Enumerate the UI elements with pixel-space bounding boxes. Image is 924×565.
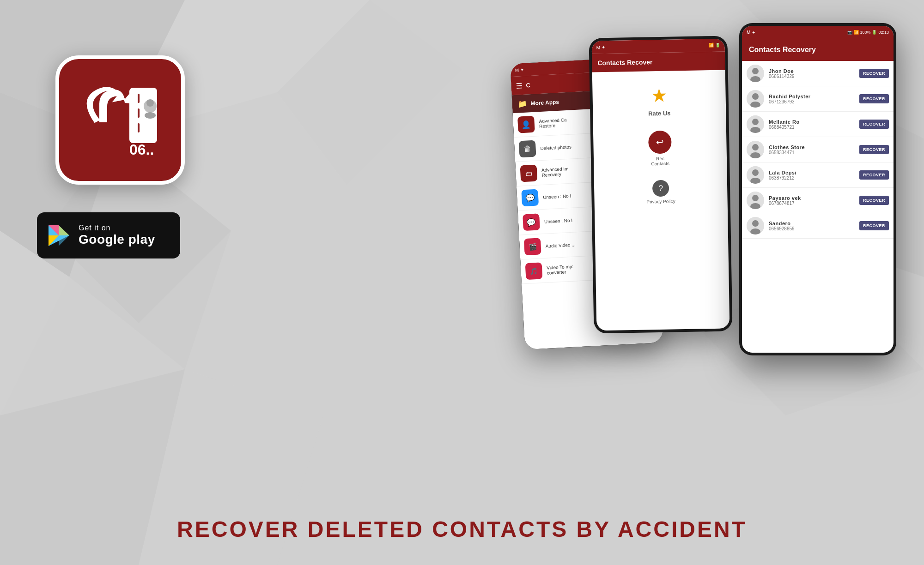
contact-info-3: Mellanie Ro 0668405721 — [769, 119, 855, 130]
contact-info-7: Sandero 0656928859 — [769, 221, 855, 231]
trash-icon: 🗑 — [523, 144, 531, 153]
more-apps-label: More Apps — [530, 98, 559, 106]
mid-app-header: Contacts Recover — [592, 52, 725, 72]
app-icon: 06.. — [55, 55, 185, 185]
mid-header-title: Contacts Recover — [597, 58, 652, 66]
rate-us-label: Rate Us — [648, 110, 671, 117]
app-icon-graphic: 06.. — [65, 67, 176, 173]
contact-name-1: Jhon Doe — [769, 68, 855, 74]
svg-point-18 — [146, 99, 154, 107]
back-status-left: M ✦ — [515, 67, 524, 72]
contact-info-2: Rachid Polyster 0671236793 — [769, 94, 855, 104]
rate-us-section[interactable]: ★ Rate Us — [648, 85, 671, 117]
contact-number-4: 0658334471 — [769, 150, 855, 155]
contact-info-5: Lala Depsi 0638792212 — [769, 170, 855, 180]
front-status-bar: M ✦ 📷 📶 100% 🔋 02:13 — [742, 26, 894, 39]
recover-btn-6[interactable]: RECOVER — [859, 196, 889, 205]
menu-label-6: Audio Video ... — [545, 242, 575, 248]
contact-row-4: Clothes Store 0658334471 RECOVER — [742, 137, 894, 162]
contact-name-2: Rachid Polyster — [769, 94, 855, 99]
front-header-title: Contacts Recovery — [749, 46, 816, 54]
contact-row-1: Jhon Doe 0666114329 RECOVER — [742, 61, 894, 86]
clock: 02:13 — [878, 30, 889, 35]
menu-label-1: Advanced CaRestore — [539, 117, 567, 129]
recover-btn-7[interactable]: RECOVER — [859, 221, 889, 230]
menu-icon-video: 🎵 — [525, 262, 543, 280]
left-section: 06.. Get it on Google play — [37, 55, 185, 258]
avatar-3 — [747, 115, 764, 133]
privacy-section[interactable]: ? Privacy Policy — [646, 180, 675, 204]
menu-label-5: Unseen : No I — [544, 217, 573, 224]
privacy-label: Privacy Policy — [646, 198, 675, 204]
contact-name-7: Sandero — [769, 221, 855, 226]
menu-label-4: Unseen : No I — [543, 193, 571, 199]
contact-info-6: Paysaro vek 0678674817 — [769, 195, 855, 206]
svg-point-45 — [752, 220, 759, 227]
svg-marker-25 — [59, 235, 69, 246]
phones-container: M ✦ 📶🔋 ☰ C 📁 More Apps 👤 — [517, 23, 896, 383]
menu-label-3: Advanced ImRecovery — [541, 166, 569, 178]
contact-name-6: Paysaro vek — [769, 195, 855, 201]
contact-number-2: 0671236793 — [769, 99, 855, 104]
svg-point-27 — [752, 68, 759, 74]
recover-contacts-icon: ↩ — [648, 131, 672, 154]
contact-row-3: Mellanie Ro 0668405721 RECOVER — [742, 112, 894, 137]
svg-rect-15 — [138, 108, 140, 118]
tagline: RECOVER DELETED CONTACTS BY ACCIDENT — [0, 517, 924, 542]
unseen2-icon: 💬 — [527, 217, 536, 227]
contact-name-3: Mellanie Ro — [769, 119, 855, 125]
phone-mid: M ✦ 📶🔋 Contacts Recover ★ Rate Us — [589, 36, 732, 333]
mid-status-left: M ✦ — [596, 45, 605, 50]
contact-row-2: Rachid Polyster 0671236793 RECOVER — [742, 86, 894, 112]
contact-number-3: 0668405721 — [769, 125, 855, 130]
menu-icon-photos: 🗑 — [519, 140, 536, 158]
front-status-left: M ✦ — [747, 30, 755, 35]
svg-text:06..: 06.. — [129, 141, 154, 158]
phone-front: M ✦ 📷 📶 100% 🔋 02:13 Contacts Recovery — [739, 23, 896, 355]
contact-name-4: Clothes Store — [769, 144, 855, 150]
menu-icon-contacts: 👤 — [517, 116, 535, 133]
avatar-2 — [747, 90, 764, 108]
menu-label-7: Video To mp:converter — [547, 264, 574, 276]
svg-marker-23 — [59, 225, 69, 235]
av-icon: 🎬 — [529, 243, 537, 251]
contact-number-5: 0638792212 — [769, 175, 855, 180]
menu-icon-im: 🗃 — [520, 165, 538, 182]
contact-row-7: Sandero 0656928859 RECOVER — [742, 213, 894, 239]
im-icon: 🗃 — [525, 169, 532, 177]
contacts-list: Jhon Doe 0666114329 RECOVER Rach — [742, 61, 894, 239]
avatar-5 — [747, 166, 764, 184]
svg-point-36 — [752, 144, 759, 150]
front-app-header: Contacts Recovery — [742, 39, 894, 61]
svg-rect-16 — [138, 123, 140, 132]
contact-number-7: 0656928859 — [769, 226, 855, 231]
avatar-4 — [747, 141, 764, 158]
privacy-icon: ? — [652, 180, 669, 197]
contact-row-6: Paysaro vek 0678674817 RECOVER — [742, 188, 894, 213]
recover-btn-1[interactable]: RECOVER — [859, 69, 889, 78]
svg-point-30 — [752, 93, 759, 100]
play-logo-icon — [46, 223, 72, 248]
recover-btn-2[interactable]: RECOVER — [859, 94, 889, 103]
contact-info-1: Jhon Doe 0666114329 — [769, 68, 855, 79]
contact-info-4: Clothes Store 0658334471 — [769, 144, 855, 155]
google-play-button[interactable]: Get it on Google play — [37, 212, 180, 258]
contacts-recover-icon: ↩ — [656, 137, 664, 148]
mid-status-icons: 📶🔋 — [709, 43, 720, 48]
avatar-1 — [747, 65, 764, 82]
contact-number-1: 0666114329 — [769, 74, 855, 79]
google-play-label: Google play — [79, 232, 155, 247]
recover-btn-5[interactable]: RECOVER — [859, 170, 889, 180]
recover-contacts-label: RecContacts — [651, 156, 669, 167]
unseen1-icon: 💬 — [525, 193, 535, 202]
menu-icon-unseen1: 💬 — [521, 189, 539, 206]
menu-label-2: Deleted photos — [540, 144, 571, 151]
avatar-6 — [747, 192, 764, 209]
contact-number-6: 0678674817 — [769, 201, 855, 206]
recover-contacts-section: ↩ RecContacts — [648, 131, 672, 167]
front-status-right: 📷 📶 100% 🔋 02:13 — [847, 30, 889, 35]
svg-rect-14 — [138, 94, 140, 103]
contact-name-5: Lala Depsi — [769, 170, 855, 175]
recover-btn-4[interactable]: RECOVER — [859, 145, 889, 154]
recover-btn-3[interactable]: RECOVER — [859, 120, 889, 129]
